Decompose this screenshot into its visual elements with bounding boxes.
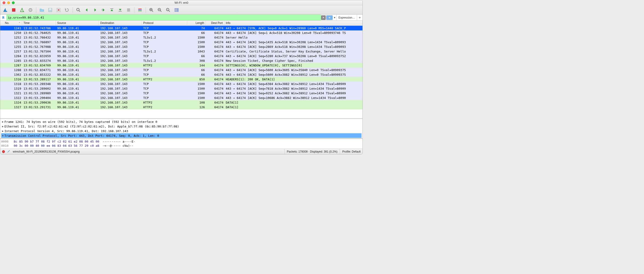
- clear-filter-button[interactable]: ✕: [321, 15, 326, 20]
- packet-counts: Packets: 178008 · Displayed: 381 (0.2%): [284, 149, 337, 154]
- zoom-out-button[interactable]: [156, 6, 164, 13]
- svg-rect-12: [127, 10, 130, 10]
- filter-history-dropdown[interactable]: ▾: [333, 16, 336, 19]
- zoom-in-button[interactable]: [148, 6, 155, 13]
- capture-options-button[interactable]: [27, 6, 34, 13]
- column-header-protocol[interactable]: Protocol: [142, 21, 187, 25]
- open-file-button[interactable]: [38, 6, 46, 13]
- packet-row[interactable]: 131813:01:53.28934899.86.119.41192.168.1…: [0, 81, 362, 86]
- packet-details-pane[interactable]: ▶Frame 1241: 74 bytes on wire (592 bits)…: [0, 119, 362, 139]
- column-header-destination[interactable]: Destination: [99, 21, 142, 25]
- apply-filter-button[interactable]: [326, 15, 333, 20]
- colorize-button[interactable]: [136, 6, 144, 13]
- svg-rect-23: [178, 8, 178, 11]
- packet-row[interactable]: 132213:01:53.29040499.86.119.41192.168.1…: [0, 95, 362, 100]
- packet-row[interactable]: 125513:01:52.76708899.86.119.41192.168.1…: [0, 44, 362, 49]
- go-to-first-button[interactable]: [108, 6, 116, 13]
- go-forward-button[interactable]: [91, 6, 99, 13]
- sort-ascending-icon: ⌃: [18, 22, 20, 24]
- resize-columns-button[interactable]: [173, 6, 180, 13]
- edit-capture-comment-icon[interactable]: [7, 150, 10, 154]
- svg-rect-21: [175, 8, 176, 11]
- status-bar: wireshark_Wi-Fi_20190805130136_PXWSSH.pc…: [0, 149, 362, 154]
- column-header-time[interactable]: Time: [22, 21, 56, 25]
- column-header-no[interactable]: No.⌃: [4, 21, 22, 25]
- packet-row[interactable]: 130213:01:52.85322299.86.119.41192.168.1…: [0, 72, 362, 77]
- detail-tree-row[interactable]: ▶Ethernet II, Src: f2:9f:c2:02:61:e2 (f2…: [1, 124, 362, 129]
- svg-rect-10: [119, 11, 122, 11]
- detail-tree-row[interactable]: ▶Frame 1241: 74 bytes on wire (592 bits)…: [1, 119, 362, 124]
- go-back-button[interactable]: [83, 6, 90, 13]
- packet-row[interactable]: 128713:01:52.83476999.86.119.41192.168.1…: [0, 63, 362, 68]
- svg-point-2: [30, 9, 31, 10]
- packet-row[interactable]: 131913:01:53.28960299.86.119.41192.168.1…: [0, 86, 362, 91]
- packet-bytes-pane[interactable]: 00008c 85 90 b7 7f 08 f2 9f c2 02 61 e2 …: [0, 139, 362, 149]
- disclosure-triangle-icon[interactable]: ▶: [1, 130, 4, 133]
- packet-row[interactable]: 128413:01:52.83265999.86.119.41192.168.1…: [0, 54, 362, 58]
- packet-row[interactable]: 125213:01:52.76643299.86.119.41192.168.1…: [0, 35, 362, 40]
- column-header-destport[interactable]: Dest Port: [206, 21, 224, 25]
- packet-row[interactable]: 128813:01:52.83477199.86.119.41192.168.1…: [0, 68, 362, 72]
- capture-file-name: wireshark_Wi-Fi_20190805130136_PXWSSH.pc…: [13, 150, 80, 153]
- zoom-reset-button[interactable]: 1: [164, 6, 172, 13]
- shark-fin-icon[interactable]: [2, 6, 9, 13]
- packet-row[interactable]: 131613:01:53.28911799.86.119.41192.168.1…: [0, 77, 362, 81]
- disclosure-triangle-icon[interactable]: ▶: [1, 125, 4, 128]
- hex-row[interactable]: 00008c 85 90 b7 7f 08 f2 9f c2 02 61 e2 …: [1, 139, 362, 144]
- toolbar-separator: [72, 7, 73, 13]
- add-filter-button[interactable]: +: [357, 15, 362, 20]
- packet-row[interactable]: 132113:01:53.28998999.86.119.41192.168.1…: [0, 91, 362, 95]
- toolbar-separator: [146, 7, 146, 13]
- svg-rect-15: [138, 9, 142, 10]
- hex-row[interactable]: 001000 3c 00 00 40 00 ee 06 83 04 63 56 …: [1, 144, 362, 148]
- go-to-packet-button[interactable]: [100, 6, 107, 13]
- svg-rect-13: [127, 11, 130, 11]
- auto-scroll-button[interactable]: [125, 6, 132, 13]
- packet-row[interactable]: 124113:01:52.74378699.86.119.41192.168.1…: [0, 26, 362, 30]
- detail-tree-row[interactable]: ▶Internet Protocol Version 4, Src: 99.86…: [1, 129, 362, 133]
- expression-button[interactable]: Expression…: [336, 15, 357, 20]
- restart-capture-button[interactable]: [18, 6, 26, 13]
- svg-rect-16: [138, 10, 142, 11]
- stop-capture-button[interactable]: [10, 6, 18, 13]
- bookmark-filter-icon[interactable]: [1, 15, 5, 20]
- go-to-last-button[interactable]: [116, 6, 124, 13]
- toolbar-separator: [134, 7, 134, 13]
- titlebar: Wi-Fi: en0: [0, 0, 362, 5]
- disclosure-triangle-icon[interactable]: ▶: [1, 120, 4, 123]
- column-header-info[interactable]: Info: [224, 21, 362, 25]
- svg-rect-0: [12, 8, 15, 11]
- window-title: Wi-Fi: en0: [0, 1, 362, 4]
- svg-text:1: 1: [167, 8, 168, 10]
- close-file-button[interactable]: [55, 6, 62, 13]
- packet-list-body[interactable]: 124113:01:52.74378699.86.119.41192.168.1…: [0, 26, 362, 118]
- main-toolbar: 1: [0, 5, 362, 15]
- svg-rect-22: [176, 8, 178, 11]
- svg-rect-9: [110, 8, 114, 9]
- svg-rect-4: [49, 8, 51, 9]
- packet-list-pane: No.⌃ Time Source Destination Protocol Le…: [0, 21, 362, 119]
- svg-rect-11: [127, 8, 130, 9]
- display-filter-bar: ✕ ▾ Expression… +: [0, 15, 362, 21]
- packet-row[interactable]: 128513:01:52.83327499.86.119.41192.168.1…: [0, 58, 362, 63]
- detail-tree-row[interactable]: ▼Transmission Control Protocol, Src Port…: [1, 133, 362, 138]
- column-header-length[interactable]: Length: [187, 21, 206, 25]
- packet-row[interactable]: 132713:01:53.29173199.86.119.41192.168.1…: [0, 105, 362, 109]
- disclosure-triangle-icon[interactable]: ▼: [1, 134, 4, 137]
- save-file-button[interactable]: [46, 6, 54, 13]
- toolbar-separator: [36, 7, 36, 13]
- packet-row[interactable]: 125313:01:52.76689799.86.119.41192.168.1…: [0, 40, 362, 44]
- svg-point-6: [77, 8, 79, 11]
- find-packet-button[interactable]: [75, 6, 82, 13]
- column-header-source[interactable]: Source: [56, 21, 99, 25]
- reload-file-button[interactable]: [63, 6, 71, 13]
- packet-row[interactable]: 125713:01:52.76750499.86.119.41192.168.1…: [0, 49, 362, 54]
- svg-rect-8: [102, 10, 102, 10]
- packet-row[interactable]: 125013:01:52.76402599.86.119.41192.168.1…: [0, 30, 362, 35]
- expert-info-icon[interactable]: [2, 150, 5, 153]
- svg-rect-14: [138, 8, 142, 9]
- display-filter-input[interactable]: [6, 15, 321, 20]
- svg-rect-7: [102, 9, 102, 9]
- packet-row[interactable]: 132413:01:53.29063699.86.119.41192.168.1…: [0, 100, 362, 105]
- profile-label[interactable]: Profile: Default: [340, 149, 360, 154]
